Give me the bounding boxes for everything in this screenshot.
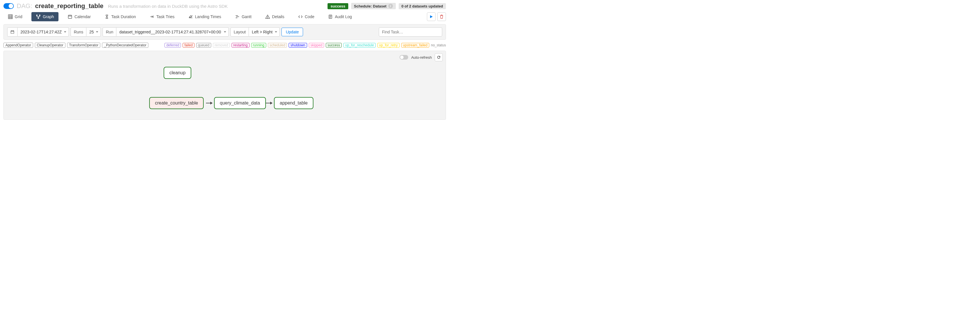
dag-toggle[interactable] — [3, 3, 14, 9]
svg-rect-5 — [36, 15, 37, 16]
details-icon — [265, 14, 270, 19]
operator-append[interactable]: AppendOperator — [3, 43, 33, 48]
base-date-select[interactable]: 2023-02-17T14:27:42Z — [18, 27, 69, 37]
tab-task-duration[interactable]: Task Duration — [100, 12, 141, 21]
tab-landing-times-label: Landing Times — [195, 14, 221, 19]
code-icon — [298, 14, 303, 19]
tab-calendar-label: Calendar — [74, 14, 91, 19]
status-shutdown[interactable]: shutdown — [289, 43, 307, 48]
status-deferred[interactable]: deferred — [164, 43, 181, 48]
find-task-input[interactable] — [379, 27, 442, 37]
tab-code[interactable]: Code — [294, 12, 319, 21]
runs-label: Runs — [71, 27, 86, 37]
status-scheduled[interactable]: scheduled — [268, 43, 287, 48]
status-up-for-reschedule[interactable]: up_for_reschedule — [344, 43, 375, 48]
status-badge: success — [328, 3, 348, 9]
graph-icon — [36, 14, 41, 19]
reload-button[interactable] — [435, 53, 443, 61]
status-restarting[interactable]: restarting — [232, 43, 250, 48]
operator-transform[interactable]: TransformOperator — [67, 43, 100, 48]
task-node-create-country-table[interactable]: create_country_table — [149, 97, 204, 109]
dag-description: Runs a transformation on data in DuckDB … — [108, 4, 228, 9]
gantt-icon — [235, 14, 240, 19]
reload-icon — [437, 55, 441, 59]
grid-icon — [8, 14, 13, 19]
layout-select[interactable]: Left > Right — [249, 27, 280, 37]
play-icon — [430, 15, 433, 18]
operator-python[interactable]: _PythonDecoratedOperator — [102, 43, 148, 48]
layout-label: Layout — [231, 27, 249, 37]
graph-canvas[interactable]: Auto-refresh cleanup create_country_tabl… — [3, 51, 446, 120]
audit-log-icon — [328, 14, 333, 19]
status-failed[interactable]: failed — [183, 43, 194, 48]
calendar-icon — [10, 30, 14, 34]
dataset-status-badge[interactable]: 0 of 2 datasets updated — [399, 3, 446, 9]
task-node-cleanup[interactable]: cleanup — [164, 67, 191, 79]
landing-icon — [188, 14, 193, 19]
tab-audit-log[interactable]: Audit Log — [323, 12, 356, 21]
tab-gantt-label: Gantt — [242, 14, 251, 19]
date-picker-button[interactable] — [7, 27, 18, 37]
filter-bar: 2023-02-17T14:27:42Z Runs 25 Run dataset… — [3, 24, 446, 40]
svg-rect-6 — [39, 15, 40, 16]
task-node-append-table[interactable]: append_table — [274, 97, 313, 109]
tab-task-duration-label: Task Duration — [111, 14, 136, 19]
info-icon: i — [388, 4, 393, 8]
delete-dag-button[interactable] — [437, 13, 446, 21]
status-removed[interactable]: removed — [213, 43, 230, 48]
schedule-label: Schedule: Dataset — [354, 4, 387, 8]
tab-graph-label: Graph — [43, 14, 54, 19]
trash-icon — [440, 15, 443, 19]
svg-rect-7 — [38, 17, 39, 19]
operator-cleanup[interactable]: CleanupOperator — [35, 43, 65, 48]
dag-prefix-label: DAG: — [17, 2, 32, 10]
status-queued[interactable]: queued — [196, 43, 211, 48]
tab-graph[interactable]: Graph — [32, 12, 59, 21]
hourglass-icon — [105, 14, 109, 19]
edge-1 — [206, 103, 212, 103]
svg-rect-0 — [8, 15, 13, 19]
update-button[interactable]: Update — [282, 28, 303, 36]
svg-rect-8 — [68, 15, 72, 18]
runs-select[interactable]: 25 — [86, 27, 101, 37]
svg-point-16 — [267, 17, 268, 18]
tab-task-tries-label: Task Tries — [156, 14, 175, 19]
tab-grid-label: Grid — [15, 14, 22, 19]
tries-icon — [150, 14, 154, 19]
tab-task-tries[interactable]: Task Tries — [145, 12, 179, 21]
auto-refresh-toggle[interactable] — [399, 55, 408, 60]
auto-refresh-label: Auto-refresh — [411, 55, 432, 60]
run-select[interactable]: dataset_triggered__2023-02-17T14:27:41.3… — [116, 27, 229, 37]
trigger-dag-button[interactable] — [427, 13, 436, 21]
status-skipped[interactable]: skipped — [309, 43, 324, 48]
status-running[interactable]: running — [251, 43, 266, 48]
status-upstream-failed[interactable]: upstream_failed — [401, 43, 429, 48]
status-success[interactable]: success — [326, 43, 342, 48]
tab-calendar[interactable]: Calendar — [63, 12, 95, 21]
schedule-badge[interactable]: Schedule: Dataset i — [351, 3, 396, 9]
tab-audit-log-label: Audit Log — [335, 14, 352, 19]
task-node-query-climate-data[interactable]: query_climate_data — [214, 97, 266, 109]
tab-gantt[interactable]: Gantt — [231, 12, 256, 21]
status-up-for-retry[interactable]: up_for_retry — [377, 43, 399, 48]
tab-landing-times[interactable]: Landing Times — [184, 12, 226, 21]
calendar-icon — [68, 14, 72, 19]
svg-rect-21 — [11, 31, 14, 34]
status-no-status[interactable]: no_status — [431, 43, 446, 47]
tab-code-label: Code — [305, 14, 314, 19]
tab-grid[interactable]: Grid — [3, 12, 27, 21]
run-label: Run — [103, 27, 116, 37]
tab-details[interactable]: Details — [261, 12, 289, 21]
dag-name: create_reporting_table — [35, 2, 103, 10]
edge-2 — [266, 103, 272, 103]
tab-details-label: Details — [272, 14, 284, 19]
